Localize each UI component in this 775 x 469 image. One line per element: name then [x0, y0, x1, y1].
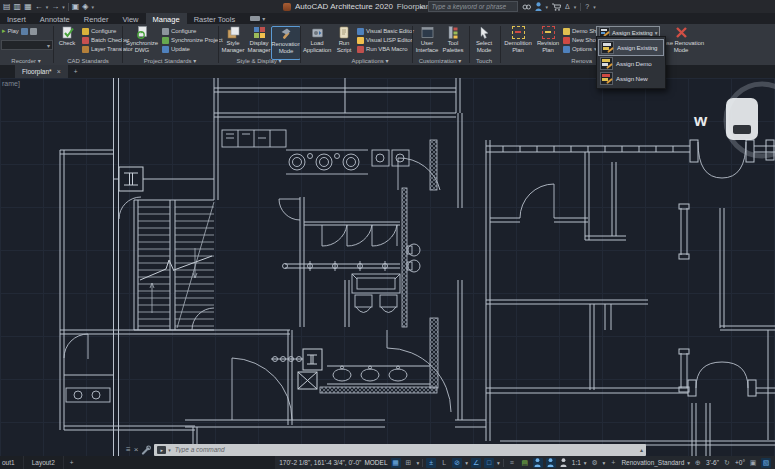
undo-icon[interactable]: ←	[35, 3, 43, 11]
recorder-insert-icon[interactable]	[21, 28, 28, 35]
tab-view[interactable]: View	[115, 13, 145, 24]
renovation-style-dropdown-icon[interactable]: ▾	[687, 460, 690, 466]
model-space-canvas[interactable]: rame]	[0, 78, 775, 456]
workspace-badge-icon[interactable]: ◈	[82, 3, 88, 11]
panel-label-customization[interactable]: Customization ▾	[413, 57, 467, 64]
osnap-dropdown-icon[interactable]: ▾	[497, 460, 500, 466]
file-tab-close-icon[interactable]: ×	[57, 68, 61, 75]
object-snap-tracking-toggle-icon[interactable]: ∠	[471, 458, 481, 468]
tab-manage[interactable]: Manage	[146, 13, 187, 24]
panel-label-project-standards[interactable]: Project Standards ▾	[124, 57, 216, 64]
project-configure-button[interactable]: Configure	[162, 27, 196, 35]
synchronize-project-button[interactable]: Synchronize Project	[162, 36, 222, 44]
model-space-toggle[interactable]: MODEL	[364, 459, 387, 466]
annotation-autoscale-icon[interactable]	[546, 458, 556, 468]
undo-dropdown-icon[interactable]: ▾	[46, 3, 49, 11]
visual-lisp-editor-button[interactable]: Visual LISP Editor	[357, 36, 412, 44]
elevation-value[interactable]: 3'-6"	[706, 459, 719, 466]
renovation-mode-button[interactable]: Renovation Mode	[271, 26, 301, 60]
annotation-visibility-icon[interactable]	[533, 458, 543, 468]
sheet-set-icon[interactable]: ▣	[72, 3, 80, 11]
new-drawing-tab-button[interactable]: +	[68, 65, 84, 78]
plot-icon[interactable]: ▦	[24, 3, 32, 11]
app-store-cart-icon[interactable]	[552, 3, 561, 11]
recorder-preference-icon[interactable]	[30, 28, 37, 35]
menu-item-assign-existing[interactable]: Assign Existing	[598, 39, 664, 56]
lineweight-toggle-icon[interactable]: ≡	[507, 458, 517, 468]
qat-dropdown-icon[interactable]: ▾	[91, 3, 94, 11]
search-input[interactable]	[428, 1, 518, 12]
transparency-toggle-icon[interactable]: ▤	[520, 458, 530, 468]
snap-toggle-icon[interactable]: ⊞	[404, 458, 414, 468]
menu-item-assign-new[interactable]: Assign New	[598, 71, 664, 86]
a360-dropdown-icon[interactable]: ▾	[574, 4, 577, 10]
scale-dropdown-icon[interactable]: ▾	[584, 460, 587, 466]
revision-plan-button[interactable]: Revision Plan	[535, 26, 561, 58]
menu-item-assign-demo[interactable]: Assign Demo	[598, 56, 664, 71]
polar-tracking-toggle-icon[interactable]: ⊘	[452, 458, 462, 468]
renovation-style-value[interactable]: Renovation_Standard	[621, 459, 684, 466]
tab-insert[interactable]: Insert	[0, 13, 33, 24]
cad-configure-button[interactable]: Configure	[82, 27, 116, 35]
search-icon[interactable]	[522, 3, 531, 11]
command-prompt-icon[interactable]: ▸	[157, 446, 166, 454]
load-application-button[interactable]: Load Application	[303, 26, 331, 58]
redo-icon[interactable]: →	[51, 3, 59, 11]
panel-label-style-display[interactable]: Style & Display ▾	[220, 57, 298, 64]
update-button[interactable]: Update	[162, 45, 190, 53]
file-tab-floorplan[interactable]: Floorplan* ×	[15, 65, 68, 78]
object-snap-toggle-icon[interactable]: □	[484, 458, 494, 468]
layout-tab-1[interactable]: out1	[0, 456, 24, 469]
visual-basic-editor-button[interactable]: Visual Basic Editor	[357, 27, 414, 35]
grid-toggle-icon[interactable]: ▦	[391, 458, 401, 468]
isolate-objects-icon[interactable]: ▣	[748, 458, 758, 468]
signin-dropdown-icon[interactable]: ▾	[546, 4, 549, 10]
action-macro-combobox[interactable]: ▾	[1, 40, 53, 50]
search-flyout-icon[interactable]: ▸	[420, 3, 424, 11]
select-mode-button[interactable]: Select Mode	[471, 26, 497, 58]
ortho-toggle-icon[interactable]: L	[439, 458, 449, 468]
command-input[interactable]	[173, 445, 638, 454]
snap-dropdown-icon[interactable]: ▾	[417, 460, 420, 466]
tab-annotate[interactable]: Annotate	[33, 13, 77, 24]
layout-tab-2[interactable]: Layout2	[24, 456, 64, 469]
display-manager-button[interactable]: Display Manager	[247, 26, 271, 58]
polar-dropdown-icon[interactable]: ▾	[465, 460, 468, 466]
rotation-icon[interactable]: ↻	[722, 458, 732, 468]
clean-screen-icon[interactable]: ▧	[761, 458, 771, 468]
customize-icon[interactable]: ≡	[126, 446, 131, 454]
command-recent-dropdown-icon[interactable]: ▾	[168, 447, 171, 453]
tab-render[interactable]: Render	[77, 13, 116, 24]
annotation-scale-person-icon[interactable]	[559, 458, 569, 468]
synchronize-dwg-button[interactable]: Synchronize DWG	[125, 26, 159, 58]
save-icon[interactable]: ▤	[3, 3, 11, 11]
wrench-icon[interactable]	[141, 445, 151, 455]
panel-label-recorder[interactable]: Recorder ▾	[0, 57, 52, 64]
annotation-scale-value[interactable]: 1:1	[572, 459, 581, 466]
autodesk-360-icon[interactable]: Δ	[565, 3, 570, 10]
check-standards-button[interactable]: Check	[56, 26, 78, 58]
redo-dropdown-icon[interactable]: ▾	[62, 3, 65, 11]
rotation-angle-value[interactable]: +0°	[735, 459, 745, 466]
signin-user-icon[interactable]	[535, 2, 542, 11]
command-input-bar[interactable]: ▸ ▾ ▴	[154, 444, 646, 456]
add-layout-button[interactable]: +	[64, 456, 80, 469]
dynamic-input-toggle-icon[interactable]: ±	[426, 458, 436, 468]
workspace-dropdown-icon[interactable]: ▾	[603, 460, 606, 466]
help-icon[interactable]: ?	[585, 3, 589, 10]
units-globe-icon[interactable]: ⊕	[693, 458, 703, 468]
tool-palettes-button[interactable]: Tool Palettes	[441, 26, 465, 58]
command-history-icon[interactable]: ▴	[640, 446, 643, 453]
user-interface-button[interactable]: User Interface	[415, 26, 439, 58]
close-command-icon[interactable]: ×	[134, 446, 139, 454]
run-script-button[interactable]: Run Script	[333, 26, 355, 58]
ribbon-display-toggle[interactable]: ▾	[250, 13, 265, 24]
panel-label-applications[interactable]: Applications ▾	[330, 57, 410, 64]
tab-raster-tools[interactable]: Raster Tools	[187, 13, 243, 24]
options-button[interactable]: Options ▾	[563, 45, 597, 53]
demolition-plan-button[interactable]: Demolition Plan	[503, 26, 533, 58]
action-recorder-play-button[interactable]: ▸ Play	[2, 27, 37, 35]
customization-plus-icon[interactable]: +	[608, 458, 618, 468]
style-manager-button[interactable]: Style Manager	[221, 26, 245, 58]
workspace-gear-icon[interactable]: ⚙	[590, 458, 600, 468]
